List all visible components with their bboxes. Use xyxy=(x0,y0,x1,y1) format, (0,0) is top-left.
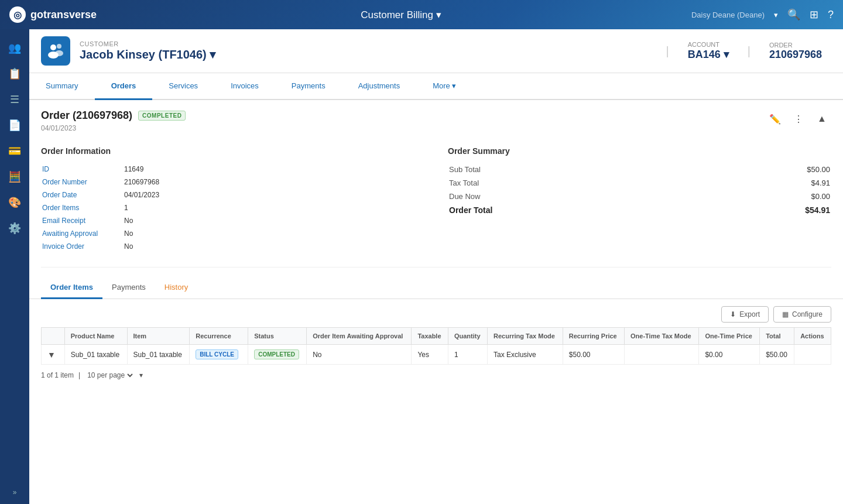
sidebar-item-gear[interactable]: ⚙️ xyxy=(3,217,26,240)
collapse-button[interactable]: ▲ xyxy=(813,109,831,128)
summary-value-ordertotal: $54.91 xyxy=(688,203,831,217)
col-quantity: Quantity xyxy=(448,328,487,345)
sidebar-expand-button[interactable]: » xyxy=(3,485,26,499)
col-taxable: Taxable xyxy=(412,328,448,345)
page-title: Customer Billing ▾ xyxy=(111,9,691,21)
grid-icon[interactable]: ⊞ xyxy=(810,8,818,21)
table-row: ▼ Sub_01 taxable Sub_01 taxable BILL CYC… xyxy=(42,345,831,365)
info-value-awaitingapproval: No xyxy=(123,227,424,240)
col-status: Status xyxy=(248,328,307,345)
info-label-awaitingapproval: Awaiting Approval xyxy=(41,227,123,240)
top-navigation: ◎ gotransverse Customer Billing ▾ Daisy … xyxy=(0,0,843,29)
svg-point-3 xyxy=(55,50,63,56)
sidebar-item-palette[interactable]: 🎨 xyxy=(3,191,26,214)
order-header-left: Order (210697968) COMPLETED 04/01/2023 xyxy=(41,109,766,132)
edit-button[interactable]: ✏️ xyxy=(766,109,784,128)
customer-dropdown-icon[interactable]: ▾ xyxy=(210,48,215,61)
order-block: ORDER 210697968 xyxy=(760,42,831,61)
row-onetime-price: $0.00 xyxy=(699,345,760,365)
per-page-chevron[interactable]: ▾ xyxy=(139,371,143,379)
order-body: Order Information ID 11649 Order Number … xyxy=(29,137,843,262)
export-button[interactable]: ⬇ Export xyxy=(721,306,769,323)
info-value-id[interactable]: 11649 xyxy=(123,163,424,176)
pagination: 1 of 1 item | 10 per page 25 per page 50… xyxy=(29,365,843,386)
info-label-ordernumber: Order Number xyxy=(41,176,123,188)
tab-invoices[interactable]: Invoices xyxy=(214,73,275,100)
row-item: Sub_01 taxable xyxy=(127,345,190,365)
info-value-orderitems[interactable]: 1 xyxy=(123,201,424,214)
account-value[interactable]: BA146 ▾ xyxy=(688,48,729,61)
configure-button[interactable]: ▦ Configure xyxy=(773,306,831,323)
row-total: $50.00 xyxy=(760,345,794,365)
order-date: 04/01/2023 xyxy=(41,124,766,132)
inner-tab-orderitems[interactable]: Order Items xyxy=(41,277,102,299)
info-value-orderdate: 04/01/2023 xyxy=(123,188,424,201)
summary-label-ordertotal: Order Total xyxy=(448,203,688,217)
tab-services[interactable]: Services xyxy=(152,73,214,100)
sidebar-item-document[interactable]: 📄 xyxy=(3,114,26,137)
logo[interactable]: ◎ gotransverse xyxy=(9,6,97,23)
row-quantity: 1 xyxy=(448,345,487,365)
search-icon[interactable]: 🔍 xyxy=(787,8,800,21)
row-recurring-tax-mode: Tax Exclusive xyxy=(488,345,563,365)
main-content: CUSTOMER Jacob Kinsey (TF1046) ▾ | ACCOU… xyxy=(29,29,843,504)
summary-value-duenow: $0.00 xyxy=(688,190,831,203)
col-recurring-price: Recurring Price xyxy=(563,328,624,345)
account-label: ACCOUNT xyxy=(688,41,729,48)
data-table-wrap: Product Name Item Recurrence Status Orde… xyxy=(29,327,843,365)
section-divider xyxy=(41,267,831,268)
tab-bar: Summary Orders Services Invoices Payment… xyxy=(29,73,843,100)
tab-adjustments[interactable]: Adjustments xyxy=(342,73,417,100)
order-title: Order (210697968) COMPLETED xyxy=(41,109,766,122)
inner-tab-payments[interactable]: Payments xyxy=(102,277,155,299)
row-recurring-price: $50.00 xyxy=(563,345,624,365)
col-onetime-price: One-Time Price xyxy=(699,328,760,345)
customer-name[interactable]: Jacob Kinsey (TF1046) ▾ xyxy=(80,47,656,61)
tab-summary[interactable]: Summary xyxy=(29,73,95,100)
tab-orders[interactable]: Orders xyxy=(95,73,153,100)
summary-row-duenow: Due Now $0.00 xyxy=(448,190,831,203)
help-icon[interactable]: ? xyxy=(828,9,834,21)
row-onetime-tax-mode xyxy=(625,345,699,365)
table-actions: ⬇ Export ▦ Configure xyxy=(29,299,843,327)
per-page-select[interactable]: 10 per page 25 per page 50 per page xyxy=(85,371,135,380)
customer-avatar xyxy=(41,36,70,66)
info-label-orderdate: Order Date xyxy=(41,188,123,201)
info-label-id: ID xyxy=(41,163,123,176)
account-dropdown-icon[interactable]: ▾ xyxy=(724,49,729,60)
sidebar-item-people[interactable]: 👥 xyxy=(3,36,26,60)
order-info: Order Information ID 11649 Order Number … xyxy=(41,146,424,253)
order-summary: Order Summary Sub Total $50.00 Tax Total… xyxy=(448,146,831,253)
sidebar-item-copy[interactable]: 📋 xyxy=(3,62,26,85)
inner-tabs: Order Items Payments History xyxy=(29,277,843,299)
more-options-button[interactable]: ⋮ xyxy=(789,109,808,128)
summary-row-subtotal: Sub Total $50.00 xyxy=(448,163,831,176)
row-status: COMPLETED xyxy=(248,345,307,365)
pagination-separator: | xyxy=(78,371,80,379)
tab-more[interactable]: More ▾ xyxy=(416,73,472,100)
row-actions xyxy=(794,345,831,365)
info-label-invoiceorder: Invoice Order xyxy=(41,240,123,253)
expand-icon[interactable]: ▼ xyxy=(47,350,56,359)
inner-tab-history[interactable]: History xyxy=(155,277,197,299)
separator-2: | xyxy=(748,44,751,58)
svg-point-2 xyxy=(57,44,61,49)
row-expand[interactable]: ▼ xyxy=(42,345,65,365)
user-dropdown-icon[interactable]: ▾ xyxy=(774,11,778,19)
info-value-ordernumber: 210697968 xyxy=(123,176,424,188)
sidebar-item-calculator[interactable]: 🧮 xyxy=(3,165,26,188)
summary-row-taxtotal: Tax Total $4.91 xyxy=(448,176,831,190)
table-header-row: Product Name Item Recurrence Status Orde… xyxy=(42,328,831,345)
order-summary-title: Order Summary xyxy=(448,146,831,156)
sidebar-item-list[interactable]: ☰ xyxy=(3,88,26,111)
tab-payments[interactable]: Payments xyxy=(275,73,342,100)
user-label[interactable]: Daisy Deane (Deane) xyxy=(691,11,765,19)
info-label-emailreceipt: Email Receipt xyxy=(41,214,123,227)
info-label-orderitems: Order Items xyxy=(41,201,123,214)
summary-label-subtotal: Sub Total xyxy=(448,163,688,176)
info-row-orderitems: Order Items 1 xyxy=(41,201,424,214)
row-status-badge: COMPLETED xyxy=(254,349,299,359)
customer-label: CUSTOMER xyxy=(80,40,656,47)
customer-info: CUSTOMER Jacob Kinsey (TF1046) ▾ xyxy=(80,40,656,61)
sidebar-item-card[interactable]: 💳 xyxy=(3,139,26,163)
